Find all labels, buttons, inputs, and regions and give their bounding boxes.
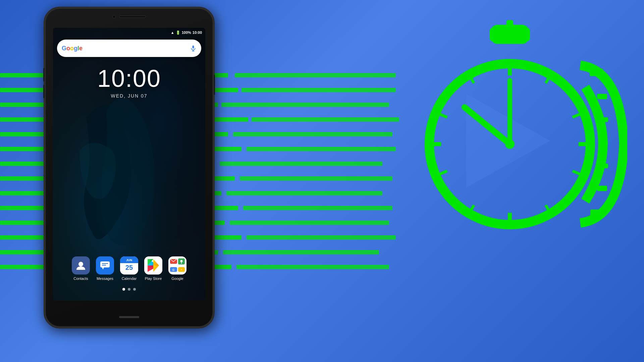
svg-line-40: [573, 114, 580, 117]
page-dot-2[interactable]: [128, 288, 130, 291]
volume-up-button[interactable]: [43, 68, 45, 81]
messages-app[interactable]: Messages: [96, 256, 114, 281]
svg-line-41: [439, 171, 447, 174]
google-label: Google: [171, 277, 183, 281]
svg-point-47: [505, 139, 515, 149]
play-store-app[interactable]: Play Store: [144, 256, 162, 281]
phone-screen[interactable]: ▲ 🔋 100% 10:00 Google: [53, 28, 205, 301]
contacts-label: Contacts: [73, 277, 88, 281]
svg-rect-57: [193, 46, 194, 49]
volume-down-button[interactable]: [43, 85, 45, 98]
calendar-label: Calendar: [122, 277, 137, 281]
play-store-label: Play Store: [145, 277, 162, 281]
google-search-bar[interactable]: Google: [57, 40, 201, 57]
google-g-mini-icon: G: [170, 267, 177, 272]
svg-rect-31: [490, 27, 530, 42]
calendar-app[interactable]: JUN 25 Calendar: [120, 256, 138, 281]
messages-icon[interactable]: [96, 256, 114, 275]
clock-status: 10:00: [193, 31, 202, 35]
svg-rect-50: [600, 117, 608, 122]
contacts-app[interactable]: Contacts: [72, 256, 90, 281]
svg-rect-53: [597, 186, 607, 191]
page-dot-3[interactable]: [133, 288, 136, 291]
signal-icon: ▲: [171, 31, 174, 35]
svg-text:25: 25: [125, 264, 133, 271]
clock-time: 10:00: [53, 66, 205, 90]
gmail-mini-icon: [170, 259, 177, 264]
clock-display: 10:00 WED, JUN 07: [53, 66, 205, 99]
svg-point-80: [180, 260, 182, 262]
calendar-icon[interactable]: JUN 25: [120, 256, 138, 275]
svg-text:G: G: [172, 268, 175, 272]
stopwatch-graphic: [392, 10, 627, 245]
svg-line-39: [439, 114, 447, 117]
microphone-icon[interactable]: [190, 45, 197, 52]
google-app2-mini-icon: +: [178, 267, 185, 272]
svg-rect-49: [597, 94, 607, 99]
google-logo: Google: [62, 45, 83, 52]
battery-icon: 🔋: [176, 31, 180, 35]
messages-label: Messages: [97, 277, 113, 281]
google-app[interactable]: G + Google: [168, 256, 186, 281]
contacts-icon[interactable]: [72, 256, 90, 275]
svg-text:JUN: JUN: [126, 258, 132, 262]
svg-rect-52: [600, 164, 608, 168]
svg-rect-51: [600, 141, 608, 145]
phone-body: ▲ 🔋 100% 10:00 Google: [44, 7, 215, 328]
svg-text:+: +: [181, 268, 182, 271]
phone: ▲ 🔋 100% 10:00 Google: [44, 7, 221, 342]
svg-point-60: [78, 262, 83, 266]
status-icons: ▲ 🔋 100% 10:00: [171, 31, 202, 35]
page-dot-1[interactable]: [122, 288, 125, 291]
app-dock: Contacts Messages: [53, 256, 205, 281]
svg-line-42: [573, 171, 580, 174]
google-icon[interactable]: G +: [168, 256, 186, 275]
power-button[interactable]: [214, 75, 215, 95]
page-dots: [53, 288, 205, 291]
svg-rect-61: [100, 261, 110, 267]
front-camera: [112, 15, 116, 18]
status-bar: ▲ 🔋 100% 10:00: [53, 28, 205, 37]
earpiece-speaker: [119, 16, 146, 18]
battery-percent: 100%: [182, 31, 191, 35]
clock-date: WED, JUN 07: [53, 93, 205, 99]
play-store-icon[interactable]: [144, 256, 162, 275]
maps-mini-icon: [178, 258, 185, 264]
svg-marker-62: [102, 267, 104, 269]
home-indicator[interactable]: [119, 316, 139, 318]
